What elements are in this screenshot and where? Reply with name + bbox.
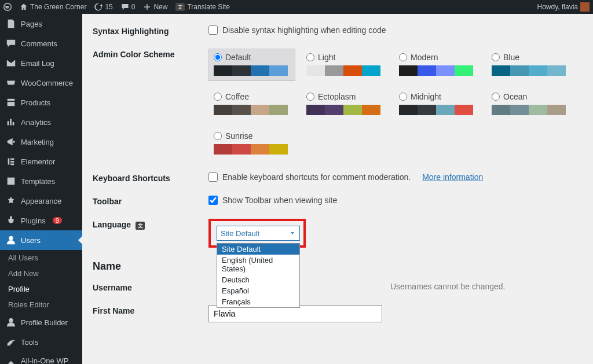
sidebar-item-label: Profile Builder — [21, 318, 68, 327]
sidebar-item-label: Marketing — [21, 138, 54, 146]
menu-icon — [6, 196, 16, 206]
howdy-text: Howdy, flavia — [537, 3, 578, 11]
sidebar-item-appearance[interactable]: Appearance — [0, 191, 82, 211]
color-scheme-modern[interactable]: Modern — [394, 49, 481, 81]
chevron-down-icon — [289, 230, 296, 237]
updates-count: 15 — [105, 3, 112, 11]
color-scheme-radio[interactable] — [214, 53, 222, 61]
color-scheme-name: Blue — [503, 53, 519, 62]
toolbar-checkbox[interactable] — [208, 196, 218, 205]
syntax-highlighting-checkbox[interactable] — [208, 25, 218, 35]
submenu-item-add-new[interactable]: Add New — [0, 266, 82, 281]
sidebar-item-label: Analytics — [21, 118, 51, 127]
toolbar-label: Toolbar — [93, 196, 208, 206]
submenu-item-all-users[interactable]: All Users — [0, 250, 82, 266]
first-name-label: First Name — [93, 305, 208, 315]
color-scheme-name: Coffee — [225, 92, 249, 101]
color-scheme-radio[interactable] — [306, 53, 314, 61]
color-scheme-ectoplasm[interactable]: Ectoplasm — [301, 88, 388, 120]
wordpress-logo-menu[interactable] — [3, 3, 12, 11]
color-swatches — [492, 105, 566, 115]
color-scheme-radio[interactable] — [399, 53, 407, 61]
submenu-item-profile[interactable]: Profile — [0, 281, 82, 297]
language-label-text: Language — [93, 220, 131, 229]
sidebar-item-comments[interactable]: Comments — [0, 34, 82, 53]
username-description: Usernames cannot be changed. — [390, 282, 505, 291]
translate-site-link[interactable]: 文 Translate Site — [175, 3, 230, 11]
sidebar-item-plugins[interactable]: Plugins9 — [0, 211, 82, 230]
site-name-link[interactable]: The Green Corner — [20, 3, 86, 11]
language-selected-value: Site Default — [221, 229, 259, 238]
sidebar-item-label: Appearance — [21, 197, 61, 205]
sidebar-item-all-in-one-wp-migration[interactable]: All-in-One WP Migration — [0, 352, 82, 364]
language-select[interactable]: Site Default — [217, 226, 300, 241]
color-scheme-radio[interactable] — [214, 93, 222, 101]
color-scheme-coffee[interactable]: Coffee — [208, 88, 295, 120]
comment-icon — [121, 3, 129, 11]
comments-count: 0 — [131, 3, 136, 11]
syntax-highlighting-checkbox-label[interactable]: Disable syntax highlighting when editing… — [208, 25, 581, 35]
sidebar-item-products[interactable]: Products — [0, 93, 82, 112]
color-scheme-label: Admin Color Scheme — [93, 49, 208, 59]
language-option[interactable]: Español — [217, 285, 299, 296]
color-scheme-midnight[interactable]: Midnight — [394, 88, 481, 120]
sidebar-item-users[interactable]: Users — [0, 230, 82, 250]
keyboard-shortcuts-checkbox[interactable] — [208, 172, 218, 182]
keyboard-shortcuts-checkbox-label[interactable]: Enable keyboard shortcuts for comment mo… — [208, 172, 581, 182]
language-option[interactable]: English (United States) — [217, 255, 299, 274]
sidebar-item-tools[interactable]: Tools — [0, 332, 82, 352]
new-content-link[interactable]: New — [143, 3, 167, 11]
menu-icon — [6, 137, 16, 147]
sidebar-item-marketing[interactable]: Marketing — [0, 132, 82, 152]
color-scheme-radio[interactable] — [399, 93, 407, 101]
color-scheme-row: Admin Color Scheme DefaultLightModernBlu… — [93, 49, 581, 160]
toolbar-checkbox-label[interactable]: Show Toolbar when viewing site — [208, 196, 581, 205]
color-swatches — [306, 65, 380, 76]
language-option[interactable]: Deutsch — [217, 274, 299, 285]
syntax-highlighting-row: Syntax Highlighting Disable syntax highl… — [93, 25, 581, 36]
sidebar-item-label: Tools — [21, 338, 38, 347]
new-label: New — [153, 3, 167, 11]
color-scheme-default[interactable]: Default — [208, 49, 295, 81]
color-scheme-blue[interactable]: Blue — [486, 49, 573, 81]
syntax-highlighting-label: Syntax Highlighting — [93, 25, 208, 36]
profile-screen: Syntax Highlighting Disable syntax highl… — [82, 14, 593, 364]
color-scheme-ocean[interactable]: Ocean — [486, 88, 573, 120]
username-label: Username — [93, 282, 208, 292]
color-scheme-radio[interactable] — [214, 132, 222, 140]
color-swatches — [306, 105, 380, 115]
home-icon — [20, 3, 28, 11]
my-account-link[interactable]: Howdy, flavia — [537, 2, 590, 12]
plus-icon — [143, 3, 151, 11]
syntax-highlighting-text: Disable syntax highlighting when editing… — [222, 25, 386, 35]
color-scheme-radio[interactable] — [492, 93, 500, 101]
sidebar-item-email-log[interactable]: Email Log — [0, 53, 82, 73]
menu-icon — [6, 317, 16, 328]
keyboard-shortcuts-row: Keyboard Shortcuts Enable keyboard short… — [93, 172, 581, 183]
color-scheme-name: Ectoplasm — [318, 92, 356, 101]
color-scheme-light[interactable]: Light — [301, 49, 388, 81]
language-option[interactable]: Site Default — [217, 244, 299, 255]
sidebar-item-profile-builder[interactable]: Profile Builder — [0, 312, 82, 332]
sidebar-item-elementor[interactable]: Elementor — [0, 152, 82, 171]
language-option[interactable]: Français — [217, 296, 299, 307]
color-scheme-radio[interactable] — [306, 93, 314, 101]
color-swatches — [214, 65, 288, 76]
sidebar-item-woocommerce[interactable]: WooCommerce — [0, 73, 82, 93]
update-badge: 9 — [53, 217, 62, 224]
submenu-item-roles-editor[interactable]: Roles Editor — [0, 297, 82, 312]
updates-link[interactable]: 15 — [94, 3, 112, 11]
comments-link[interactable]: 0 — [121, 3, 136, 11]
color-scheme-name: Default — [225, 53, 251, 62]
color-scheme-sunrise[interactable]: Sunrise — [208, 127, 295, 160]
color-scheme-name: Light — [318, 53, 335, 62]
sidebar-item-templates[interactable]: Templates — [0, 171, 82, 191]
color-swatches — [492, 65, 566, 76]
translate-icon: 文 — [136, 222, 145, 230]
color-scheme-radio[interactable] — [492, 53, 500, 61]
sidebar-item-analytics[interactable]: Analytics — [0, 112, 82, 132]
menu-icon — [6, 58, 16, 68]
color-scheme-name: Midnight — [411, 92, 441, 101]
keyboard-shortcuts-link[interactable]: More information — [422, 172, 483, 182]
sidebar-item-pages[interactable]: Pages — [0, 14, 82, 34]
